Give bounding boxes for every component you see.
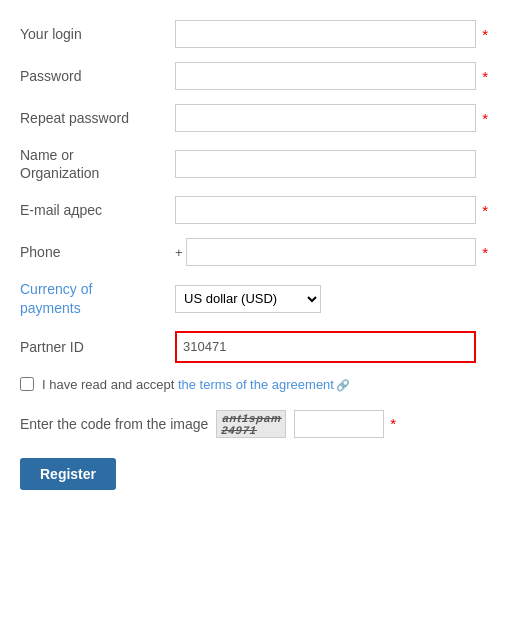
login-input[interactable] bbox=[175, 20, 476, 48]
email-group: E-mail адрес * bbox=[20, 196, 488, 224]
repeat-password-label: Repeat password bbox=[20, 109, 175, 127]
partner-id-input[interactable] bbox=[175, 331, 476, 363]
repeat-password-group: Repeat password * bbox=[20, 104, 488, 132]
currency-select[interactable]: US dollar (USD) Euro (EUR) British pound… bbox=[175, 285, 321, 313]
name-label: Name or Organization bbox=[20, 146, 175, 182]
currency-group: Currency of payments US dollar (USD) Eur… bbox=[20, 280, 488, 316]
agreement-text: I have read and accept the terms of the … bbox=[42, 377, 350, 392]
login-label: Your login bbox=[20, 25, 175, 43]
agreement-group: I have read and accept the terms of the … bbox=[20, 377, 488, 392]
external-link-icon: 🔗 bbox=[336, 379, 350, 391]
repeat-password-input[interactable] bbox=[175, 104, 476, 132]
phone-plus-sign: + bbox=[175, 245, 183, 260]
phone-label: Phone bbox=[20, 243, 175, 261]
captcha-required-star: * bbox=[390, 415, 396, 432]
login-required-star: * bbox=[482, 26, 488, 43]
captcha-group: Enter the code from the image ant1spam24… bbox=[20, 410, 488, 438]
name-input[interactable] bbox=[175, 150, 476, 178]
captcha-label: Enter the code from the image bbox=[20, 416, 208, 432]
register-button-wrapper: Register bbox=[20, 458, 488, 490]
agreement-checkbox[interactable] bbox=[20, 377, 34, 391]
email-required-star: * bbox=[482, 202, 488, 219]
login-group: Your login * bbox=[20, 20, 488, 48]
email-label: E-mail адрес bbox=[20, 201, 175, 219]
captcha-image-text: ant1spam24971 bbox=[221, 412, 282, 436]
password-input[interactable] bbox=[175, 62, 476, 90]
repeat-password-required-star: * bbox=[482, 110, 488, 127]
name-group: Name or Organization * bbox=[20, 146, 488, 182]
partner-id-group: Partner ID * bbox=[20, 331, 488, 363]
phone-required-star: * bbox=[482, 244, 488, 261]
phone-wrapper: + bbox=[175, 238, 476, 266]
password-label: Password bbox=[20, 67, 175, 85]
currency-label: Currency of payments bbox=[20, 280, 175, 316]
phone-group: Phone + * bbox=[20, 238, 488, 266]
captcha-input[interactable] bbox=[294, 410, 384, 438]
agreement-link[interactable]: the terms of the agreement bbox=[178, 377, 334, 392]
partner-id-label: Partner ID bbox=[20, 338, 175, 356]
email-input[interactable] bbox=[175, 196, 476, 224]
password-required-star: * bbox=[482, 68, 488, 85]
phone-input[interactable] bbox=[186, 238, 477, 266]
captcha-image: ant1spam24971 bbox=[216, 410, 286, 438]
register-button[interactable]: Register bbox=[20, 458, 116, 490]
password-group: Password * bbox=[20, 62, 488, 90]
